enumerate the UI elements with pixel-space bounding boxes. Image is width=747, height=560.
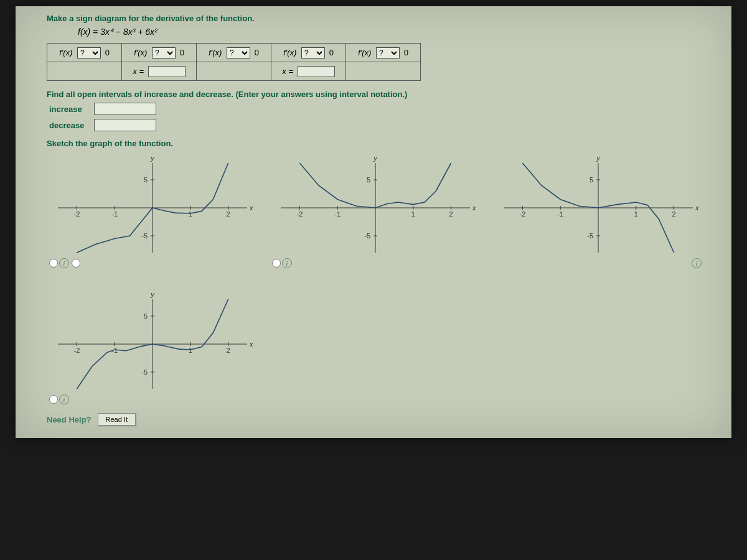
graph-select-row-1: i [49, 258, 80, 268]
xtick-label: -2 [74, 347, 80, 354]
sign-cell-3: f'(x) ? 0 [197, 44, 271, 62]
xtick-label: 2 [227, 347, 230, 354]
graph-select-row-4: i [49, 394, 69, 404]
graph-option-3[interactable]: -2-112-55xy i [492, 152, 704, 266]
graph-4: -2-112-55xy [47, 288, 258, 400]
x-cell-empty-3 [346, 62, 421, 81]
question-page: Make a sign diagram for the derivative o… [16, 6, 731, 438]
fprime-label: f'(x) [283, 48, 296, 57]
x-cell-1: x = [122, 62, 197, 81]
graph-2: -2-112-55xy [270, 152, 481, 264]
ytick-label: -5 [141, 368, 148, 376]
graph-select-row-2: i [272, 258, 292, 268]
info-icon[interactable]: i [59, 394, 69, 404]
y-axis-label: y [596, 154, 601, 162]
fprime-label: f'(x) [358, 48, 371, 57]
graph-3: -2-112-55xy [492, 152, 704, 264]
xtick-label: -2 [297, 210, 303, 218]
ytick-label: 5 [367, 176, 370, 184]
zero-2: 0 [180, 48, 184, 57]
xtick-label: 1 [411, 210, 415, 218]
decrease-row: decrease [49, 119, 719, 131]
need-help-bar: Need Help? Read It [47, 413, 719, 426]
fprime-label: f'(x) [134, 48, 147, 57]
graph-options: -2-112-55xy i -2-112-55xy i -2-112-55xy … [47, 152, 719, 402]
fprime-label: f'(x) [209, 48, 222, 57]
decrease-input[interactable] [94, 119, 156, 131]
sign-diagram-table: f'(x) ? 0 f'(x) ? 0 f'(x) ? 0 f'(x) ? 0 … [47, 43, 421, 81]
x-value-input-2[interactable] [298, 66, 335, 77]
ytick-label: 5 [144, 312, 148, 320]
xtick-label: -1 [334, 210, 341, 218]
xtick-label: 1 [189, 347, 192, 354]
xtick-label: 2 [227, 210, 230, 218]
zero-1: 0 [105, 48, 110, 57]
sign-cell-5: f'(x) ? 0 [346, 44, 421, 62]
graph-option-1[interactable]: -2-112-55xy i [47, 152, 258, 266]
sign-select-3[interactable]: ? [227, 47, 250, 58]
zero-5: 0 [404, 48, 408, 57]
graph-select-row-3: i [692, 258, 702, 268]
graph-radio-1-alt[interactable] [72, 259, 80, 268]
x-cell-2: x = [271, 62, 346, 81]
sign-cell-4: f'(x) ? 0 [271, 44, 346, 62]
ytick-label: 5 [590, 176, 593, 184]
x-axis-label: x [249, 340, 253, 348]
ytick-label: 5 [144, 176, 148, 184]
y-axis-label: y [150, 291, 155, 298]
prompt-intervals: Find all open intervals of increase and … [47, 90, 719, 99]
need-help-label: Need Help? [47, 415, 92, 424]
x-equals-label: x = [133, 67, 144, 76]
x-cell-empty-1 [47, 62, 122, 81]
xtick-label: 2 [449, 210, 453, 218]
prompt-sign-diagram: Make a sign diagram for the derivative o… [47, 14, 719, 23]
sign-select-2[interactable]: ? [152, 47, 176, 58]
zero-4: 0 [329, 48, 334, 57]
y-axis-label: y [373, 154, 378, 162]
increase-row: increase [49, 103, 719, 115]
fprime-label: f'(x) [59, 48, 72, 57]
xtick-label: -2 [74, 210, 80, 218]
read-it-button[interactable]: Read It [98, 413, 136, 426]
xtick-label: 2 [672, 210, 676, 218]
sign-select-4[interactable]: ? [301, 47, 325, 58]
sign-select-1[interactable]: ? [77, 47, 101, 58]
ytick-label: -5 [364, 232, 370, 240]
graph-radio-1[interactable] [49, 259, 58, 268]
sign-row: f'(x) ? 0 f'(x) ? 0 f'(x) ? 0 f'(x) ? 0 … [47, 44, 421, 62]
y-axis-label: y [150, 154, 155, 162]
x-cell-empty-2 [197, 62, 271, 81]
x-axis-label: x [695, 204, 699, 212]
sign-cell-1: f'(x) ? 0 [47, 44, 122, 62]
prompt-sketch: Sketch the graph of the function. [47, 139, 719, 148]
sign-select-5[interactable]: ? [376, 47, 400, 58]
info-icon[interactable]: i [59, 258, 69, 268]
info-icon[interactable]: i [282, 258, 292, 268]
xtick-label: -1 [111, 210, 118, 218]
increase-input[interactable] [94, 103, 156, 115]
x-axis-label: x [249, 204, 253, 212]
function-formula: f(x) = 3x⁴ − 8x³ + 6x² [78, 27, 719, 37]
decrease-label: decrease [49, 121, 87, 130]
info-icon[interactable]: i [692, 258, 702, 268]
graph-radio-2[interactable] [272, 259, 281, 268]
increase-label: increase [49, 105, 87, 114]
graph-radio-4[interactable] [49, 395, 58, 404]
zero-3: 0 [255, 48, 259, 57]
xtick-label: 1 [189, 210, 192, 218]
graph-option-4[interactable]: -2-112-55xy i [47, 288, 258, 402]
xtick-label: -2 [520, 210, 526, 218]
x-equals-label: x = [282, 67, 293, 76]
xtick-label: -1 [557, 210, 563, 218]
graph-1: -2-112-55xy [47, 152, 258, 264]
graph-option-2[interactable]: -2-112-55xy i [270, 152, 481, 266]
x-axis-label: x [472, 204, 476, 212]
sign-cell-2: f'(x) ? 0 [122, 44, 197, 62]
x-value-input-1[interactable] [148, 66, 186, 77]
x-value-row: x = x = [47, 62, 421, 81]
ytick-label: -5 [587, 232, 593, 240]
xtick-label: 1 [634, 210, 638, 218]
ytick-label: -5 [141, 232, 148, 240]
